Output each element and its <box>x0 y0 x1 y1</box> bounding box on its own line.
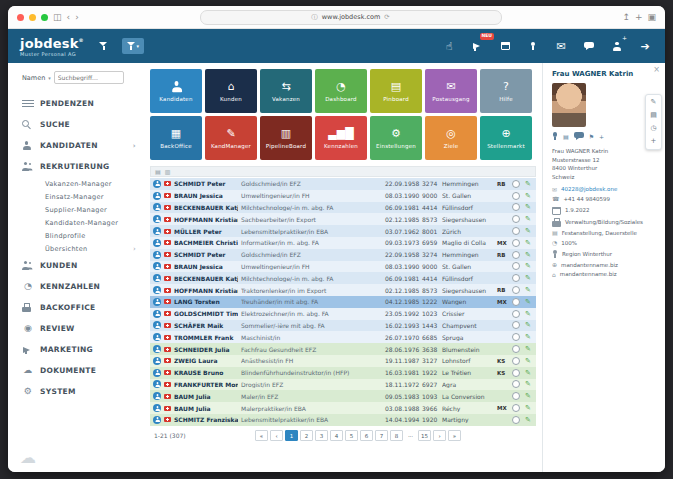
back-icon[interactable]: ‹ <box>67 13 71 22</box>
sidebar-item-kennzahlen[interactable]: ◔KENNZAHLEN <box>22 276 144 297</box>
sidebar-item-kandidaten[interactable]: KANDIDATEN› <box>22 135 144 156</box>
table-row[interactable]: BRAUN JessicaUmweltingenieur/in FH08.03.… <box>150 261 536 273</box>
sidebar-item-dokumente[interactable]: ☁DOKUMENTE <box>22 360 144 381</box>
row-checkbox[interactable] <box>512 274 520 282</box>
search-input[interactable] <box>54 71 124 84</box>
sidebar-item-pendenzen[interactable]: PENDENZEN <box>22 93 144 114</box>
sidebar-item-einsatz-manager[interactable]: Einsatz-Manager <box>22 190 144 203</box>
row-checkbox[interactable] <box>512 192 520 200</box>
edit-icon[interactable]: ✎ <box>523 404 533 412</box>
edit-icon[interactable]: ✎ <box>523 180 533 188</box>
table-row[interactable]: BAUM JuliaMalerpraktiker/in EBA03.08.198… <box>150 402 536 414</box>
close-icon[interactable]: × <box>653 66 660 74</box>
pager-page[interactable]: 8 <box>390 430 403 441</box>
add-user-icon[interactable]: + <box>609 38 625 54</box>
sidebar-item-backoffice[interactable]: BACKOFFICE <box>22 297 144 318</box>
sidebar-item-review[interactable]: ◉REVIEW <box>22 318 144 339</box>
row-checkbox[interactable] <box>512 321 520 329</box>
edit-icon[interactable]: ✎ <box>523 416 533 424</box>
share-icon[interactable]: ↥ <box>622 13 630 22</box>
tile-vakanzen[interactable]: ⇆Vakanzen <box>260 69 312 113</box>
pager-arrow[interactable]: › <box>433 430 446 441</box>
mail-icon[interactable]: ✉ <box>553 38 569 54</box>
table-row[interactable]: KRAUSE BrunoBlindenführhundeinstruktor/i… <box>150 367 536 379</box>
pager-arrow[interactable]: ‹ <box>270 430 283 441</box>
table-row[interactable]: TROMMLER FrankMaschinist/in26.07.1970668… <box>150 331 536 343</box>
sidebar-toggle-icon[interactable]: ◫ <box>53 13 62 22</box>
edit-icon[interactable]: ✎ <box>523 227 533 235</box>
tile-stellenmarkt[interactable]: ⊕Stellenmarkt <box>480 116 532 160</box>
sidebar-item-kandidaten-manager[interactable]: Kandidaten-Manager <box>22 216 144 229</box>
sidebar-item-übersichten[interactable]: Übersichten› <box>22 242 144 255</box>
tile-kandidaten[interactable]: Kandidaten <box>150 69 202 113</box>
row-checkbox[interactable] <box>512 369 520 377</box>
row-checkbox[interactable] <box>512 227 520 235</box>
name-filter-label[interactable]: Namen <box>22 74 45 82</box>
detail-email[interactable]: 40228@jobdesk.one <box>561 186 617 193</box>
tab-overview-icon[interactable]: ▣ <box>647 13 656 22</box>
calendar-icon[interactable] <box>497 38 513 54</box>
table-row[interactable]: LANG TorstenTreuhänder/in mit abg. FA04.… <box>150 296 536 308</box>
pager-page[interactable]: 6 <box>360 430 373 441</box>
table-row[interactable]: BECKENBAUER KatjaMilchtechnologe/-in m. … <box>150 272 536 284</box>
row-checkbox[interactable] <box>512 357 520 365</box>
pencil-icon[interactable]: ✎ <box>651 99 657 106</box>
table-row[interactable]: HOFFMANN KristianTraktorenlenker/in im E… <box>150 284 536 296</box>
sidebar-item-vakanzen-manager[interactable]: Vakanzen-Manager <box>22 177 144 190</box>
edit-icon[interactable]: ✎ <box>523 251 533 259</box>
tile-backoffice[interactable]: ▦BackOffice <box>150 116 202 160</box>
edit-icon[interactable]: ✎ <box>523 310 533 318</box>
tile-dashboard[interactable]: ◔Dashboard <box>315 69 367 113</box>
reload-icon[interactable]: ⟳ <box>384 14 389 21</box>
table-row[interactable]: SCHÄFER MaikSommelier/-ière mit abg. FA1… <box>150 320 536 332</box>
pin-icon[interactable] <box>552 132 558 141</box>
stop-hand-icon[interactable]: ☝ <box>441 38 457 54</box>
board-icon[interactable]: ▤ <box>650 112 657 119</box>
row-checkbox[interactable] <box>512 380 520 388</box>
row-checkbox[interactable] <box>512 203 520 211</box>
tile-pipelineboard[interactable]: ▥PipelineBoard <box>260 116 312 160</box>
sidebar-item-system[interactable]: ⚙SYSTEM <box>22 381 144 402</box>
pager-page[interactable]: 4 <box>330 430 343 441</box>
table-row[interactable]: SCHNEIDER JuliaFachfrau Gesundheit EFZ28… <box>150 343 536 355</box>
edit-icon[interactable]: ✎ <box>523 262 533 270</box>
sidebar-item-blindprofile[interactable]: Blindprofile <box>22 229 144 242</box>
pager-page[interactable]: 7 <box>375 430 388 441</box>
tile-hilfe[interactable]: ?Hilfe <box>480 69 532 113</box>
edit-icon[interactable]: ✎ <box>523 298 533 306</box>
tile-kennzahlen[interactable]: ▃▆█Kennzahlen <box>315 116 367 160</box>
edit-icon[interactable]: ✎ <box>523 239 533 247</box>
edit-icon[interactable]: ✎ <box>523 380 533 388</box>
app-logo[interactable]: jobdesk® Muster Personal AG <box>20 35 84 57</box>
address-bar[interactable]: ⓘ www.jobdesk.com ⟳ <box>200 10 502 25</box>
sidebar-item-rekrutierung[interactable]: REKRUTIERUNG <box>22 156 144 177</box>
filter-dropdown-button[interactable]: ▾ <box>122 38 144 54</box>
table-row[interactable]: FRANKFURTER MonikaDrogist/in EFZ18.11.19… <box>150 379 536 391</box>
chat-icon[interactable] <box>581 38 597 54</box>
pager-page[interactable]: 2 <box>300 430 313 441</box>
row-checkbox[interactable] <box>512 239 520 247</box>
table-row[interactable]: BAUM JuliaMaler/in EFZ09.05.19831093La C… <box>150 390 536 402</box>
table-row[interactable]: BACHMEIER ChristianInformatiker/in m. ab… <box>150 237 536 249</box>
pager-page[interactable]: 15 <box>418 430 431 441</box>
tile-ziele[interactable]: ◎Ziele <box>425 116 477 160</box>
edit-icon[interactable]: ✎ <box>523 369 533 377</box>
edit-icon[interactable]: ✎ <box>523 392 533 400</box>
pager-page[interactable]: 1 <box>285 430 298 441</box>
zoom-window-button[interactable] <box>41 14 48 21</box>
table-row[interactable]: BECKENBAUER KatjaMilchtechnologe/-in m. … <box>150 202 536 214</box>
edit-icon[interactable]: ✎ <box>523 345 533 353</box>
row-checkbox[interactable] <box>512 345 520 353</box>
pager-page[interactable]: 5 <box>345 430 358 441</box>
edit-icon[interactable]: ✎ <box>523 333 533 341</box>
row-checkbox[interactable] <box>512 310 520 318</box>
tile-pinboard[interactable]: ▤Pinboard <box>370 69 422 113</box>
table-row[interactable]: ZWEIG LauraAnästhesist/in FH19.11.198731… <box>150 355 536 367</box>
row-checkbox[interactable] <box>512 298 520 306</box>
forward-icon[interactable]: › <box>75 13 79 22</box>
edit-icon[interactable]: ✎ <box>523 215 533 223</box>
sidebar-item-supplier-manager[interactable]: Supplier-Manager <box>22 203 144 216</box>
edit-icon[interactable]: ✎ <box>523 286 533 294</box>
detail-phone[interactable]: +41 44 9840599 <box>563 196 610 203</box>
row-checkbox[interactable] <box>512 251 520 259</box>
